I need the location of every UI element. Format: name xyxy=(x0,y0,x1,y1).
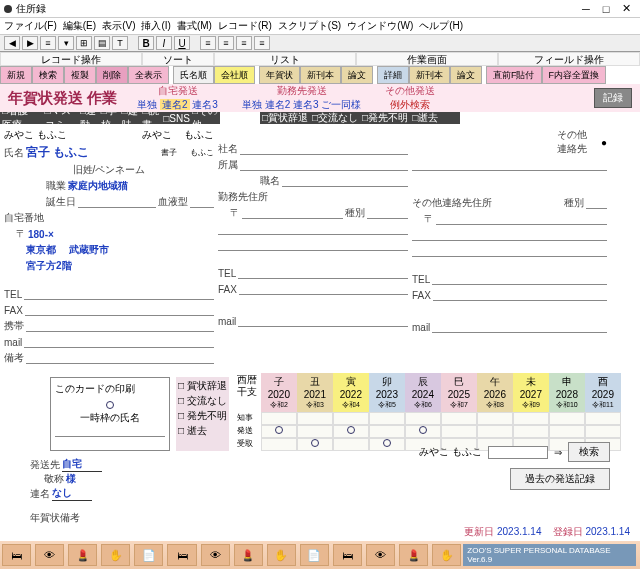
print-chk-0[interactable]: □ 賀状辞退 xyxy=(178,379,227,393)
act-work-1[interactable]: 新刊本 xyxy=(409,66,450,84)
home-opt-2[interactable]: 連名2 xyxy=(160,99,190,110)
menu-2[interactable]: 表示(V) xyxy=(102,19,135,33)
ycell-1-4[interactable] xyxy=(405,425,441,438)
menu-1[interactable]: 編集(E) xyxy=(63,19,96,33)
register-button[interactable]: 記録 xyxy=(594,88,632,108)
oname-input[interactable] xyxy=(412,159,607,171)
footer-icon-6[interactable]: 👁 xyxy=(201,544,230,566)
waddr2-input[interactable] xyxy=(218,239,408,251)
year-2027[interactable]: 未2027令和9 xyxy=(513,373,549,412)
tool-ar[interactable]: ≡ xyxy=(236,36,252,50)
footer-icon-4[interactable]: 📄 xyxy=(134,544,163,566)
act-rec-4[interactable]: 全表示 xyxy=(128,66,169,84)
footer-icon-1[interactable]: 👁 xyxy=(35,544,64,566)
title-input[interactable] xyxy=(282,175,408,187)
ycell-0-9[interactable] xyxy=(585,412,621,425)
ycell-0-4[interactable] xyxy=(405,412,441,425)
print-chk-3[interactable]: □ 逝去 xyxy=(178,424,227,438)
tool-ac[interactable]: ≡ xyxy=(218,36,234,50)
menu-3[interactable]: 挿入(I) xyxy=(141,19,170,33)
close-button[interactable]: ✕ xyxy=(616,2,636,16)
sendto-value[interactable]: 自宅 xyxy=(62,457,102,472)
con-value[interactable]: なし xyxy=(52,486,92,501)
year-2021[interactable]: 丑2021令和3 xyxy=(297,373,333,412)
tool-b[interactable]: ▾ xyxy=(58,36,74,50)
ycell-0-6[interactable] xyxy=(477,412,513,425)
act-field-0[interactable]: 直前F貼付 xyxy=(486,66,542,84)
mob-input[interactable] xyxy=(26,320,214,332)
ycell-2-3[interactable] xyxy=(369,438,405,451)
menu-0[interactable]: ファイル(F) xyxy=(4,19,57,33)
tel-input[interactable] xyxy=(24,288,214,300)
ycell-1-2[interactable] xyxy=(333,425,369,438)
ycell-1-5[interactable] xyxy=(441,425,477,438)
act-sort-1[interactable]: 会社順 xyxy=(214,66,255,84)
home-opt-3[interactable]: 連名3 xyxy=(192,99,218,110)
ycell-1-7[interactable] xyxy=(513,425,549,438)
oaddr2-input[interactable] xyxy=(412,245,607,257)
search-button[interactable]: 検索 xyxy=(568,442,610,462)
tool-c[interactable]: ⊞ xyxy=(76,36,92,50)
footer-icon-0[interactable]: 🛏 xyxy=(2,544,31,566)
work-opt-3[interactable]: 連名3 xyxy=(293,99,319,110)
ycell-1-9[interactable] xyxy=(585,425,621,438)
tool-a[interactable]: ≡ xyxy=(40,36,56,50)
otype-input[interactable] xyxy=(586,197,607,209)
search-input[interactable] xyxy=(488,446,548,459)
act-rec-3[interactable]: 削除 xyxy=(96,66,128,84)
ycell-2-2[interactable] xyxy=(333,438,369,451)
other-opt[interactable]: 例外検索 xyxy=(385,98,435,112)
darkR-3[interactable]: □逝去 xyxy=(412,111,438,125)
footer-icon-10[interactable]: 🛏 xyxy=(333,544,362,566)
act-list-2[interactable]: 論文 xyxy=(341,66,373,84)
act-work-2[interactable]: 論文 xyxy=(450,66,482,84)
wtel-input[interactable] xyxy=(238,267,408,279)
print-chk-1[interactable]: □ 交流なし xyxy=(178,394,227,408)
bday-input[interactable] xyxy=(78,196,156,208)
year-2023[interactable]: 卯2023令和5 xyxy=(369,373,405,412)
year-2029[interactable]: 酉2029令和11 xyxy=(585,373,621,412)
ycell-0-3[interactable] xyxy=(369,412,405,425)
tool-al[interactable]: ≡ xyxy=(200,36,216,50)
act-list-0[interactable]: 年賀状 xyxy=(259,66,300,84)
darkR-0[interactable]: □賀状辞退 xyxy=(262,111,308,125)
act-rec-0[interactable]: 新規 xyxy=(0,66,32,84)
ozip-input[interactable] xyxy=(436,213,607,225)
minimize-button[interactable]: ─ xyxy=(576,2,596,16)
name-value[interactable]: 宮子 もふこ xyxy=(26,144,89,161)
work-opt-4[interactable]: ご一同様 xyxy=(321,99,361,110)
tool-d[interactable]: ▤ xyxy=(94,36,110,50)
footer-icon-11[interactable]: 👁 xyxy=(366,544,395,566)
ycell-1-3[interactable] xyxy=(369,425,405,438)
occ-value[interactable]: 家庭内地域猫 xyxy=(68,179,128,193)
addr3[interactable]: 宮子方2階 xyxy=(26,259,72,273)
footer-icon-5[interactable]: 🛏 xyxy=(167,544,196,566)
work-opt-1[interactable]: 単独 xyxy=(242,99,262,110)
menu-8[interactable]: ヘルプ(H) xyxy=(419,19,463,33)
dept-input[interactable] xyxy=(240,159,408,171)
ycell-2-0[interactable] xyxy=(261,438,297,451)
ycell-2-1[interactable] xyxy=(297,438,333,451)
ycell-0-1[interactable] xyxy=(297,412,333,425)
dot-icon[interactable]: ● xyxy=(601,137,607,148)
darkL-6[interactable]: □SNS xyxy=(163,113,190,124)
menu-4[interactable]: 書式(M) xyxy=(177,19,212,33)
year-2024[interactable]: 辰2024令和6 xyxy=(405,373,441,412)
print-chk-2[interactable]: □ 発先不明 xyxy=(178,409,227,423)
blood-input[interactable] xyxy=(190,196,214,208)
ycell-0-7[interactable] xyxy=(513,412,549,425)
addr2[interactable]: 武蔵野市 xyxy=(69,243,109,257)
footer-icon-9[interactable]: 📄 xyxy=(300,544,329,566)
darkR-1[interactable]: □交流なし xyxy=(312,111,358,125)
tool-fwd[interactable]: ▶ xyxy=(22,36,38,50)
tool-aj[interactable]: ≡ xyxy=(254,36,270,50)
act-list-1[interactable]: 新刊本 xyxy=(300,66,341,84)
act-sort-0[interactable]: 氏名順 xyxy=(173,66,214,84)
menu-6[interactable]: スクリプト(S) xyxy=(278,19,341,33)
tool-back[interactable]: ◀ xyxy=(4,36,20,50)
footer-icon-13[interactable]: ✋ xyxy=(432,544,461,566)
fax-input[interactable] xyxy=(25,304,214,316)
footer-icon-3[interactable]: ✋ xyxy=(101,544,130,566)
ofax-input[interactable] xyxy=(433,289,607,301)
radio-icon[interactable] xyxy=(106,401,114,409)
